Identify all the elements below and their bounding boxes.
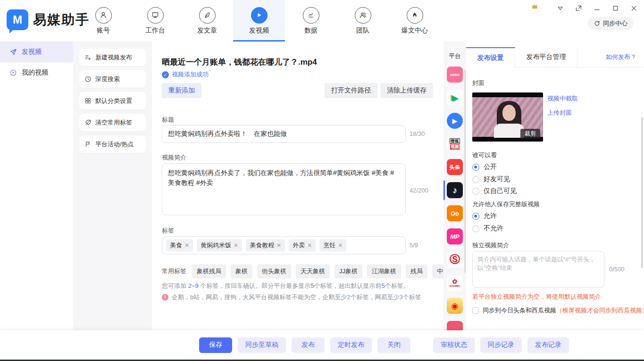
platform-haokan-video-icon[interactable]: ▶ bbox=[447, 113, 463, 129]
platform-tencent-video-icon[interactable]: ▶ bbox=[447, 90, 463, 106]
radio-selected-icon[interactable] bbox=[472, 213, 479, 220]
review-status-button[interactable]: 审核状态 bbox=[433, 337, 475, 353]
minimize-icon[interactable] bbox=[594, 5, 601, 12]
tag-chip[interactable]: 美食教程✕ bbox=[246, 239, 285, 252]
nav-item-publish-video[interactable]: 发视频 bbox=[233, 0, 285, 42]
crop-button[interactable]: 裁剪 bbox=[520, 129, 540, 139]
nav-item-publish-article[interactable]: 发文章 bbox=[181, 0, 233, 42]
sync-records-button[interactable]: 同步记录 bbox=[480, 337, 522, 353]
readd-video-button[interactable]: 重新添加 bbox=[162, 83, 201, 98]
visibility-option-friends[interactable]: 好友可见 bbox=[472, 175, 510, 184]
checkbox-text: 同步到今日头条和西瓜视频 bbox=[483, 307, 556, 314]
tag-chip[interactable]: 外卖✕ bbox=[289, 239, 316, 252]
common-tag-chip[interactable]: 象棋 bbox=[231, 264, 252, 278]
remove-tag-icon[interactable]: ✕ bbox=[184, 242, 189, 249]
remove-tag-icon[interactable]: ✕ bbox=[338, 242, 343, 249]
platform-partial-icon[interactable] bbox=[447, 321, 463, 330]
tag-chip[interactable]: 烹饪✕ bbox=[319, 239, 346, 252]
sidebar-item-publish-video[interactable]: 发视频 bbox=[0, 42, 73, 62]
platform-sohu-video-icon[interactable]: 搜狐 视频 bbox=[447, 136, 463, 152]
deep-search-button[interactable]: 深度搜索 bbox=[79, 70, 146, 88]
platform-weibo-icon[interactable]: ◉ bbox=[447, 298, 463, 314]
settings-panel-scrollbar[interactable] bbox=[641, 117, 643, 268]
capture-from-video-link[interactable]: 视频中截取 bbox=[547, 94, 578, 103]
checkbox-icon[interactable] bbox=[472, 307, 479, 314]
platform-list: bilibili ▶ ▶ 搜狐 视频 头条 ♪ Oo MP Ⓢ ✿ HUAWEI… bbox=[443, 67, 466, 330]
nav-item-workbench[interactable]: 工作台 bbox=[129, 0, 181, 42]
default-category-settings-button[interactable]: 默认分类设置 bbox=[79, 92, 146, 109]
common-tag-chip[interactable]: 江湖象棋 bbox=[367, 264, 401, 278]
platform-sogou-icon[interactable]: Ⓢ bbox=[447, 252, 463, 268]
save-permission-allow[interactable]: 允许 bbox=[472, 212, 497, 220]
footer-action-bar: 保存 同步至草稿 发布 定时发布 关闭 审核状态 同步记录 发布记录 bbox=[0, 330, 644, 360]
nav-item-hot-articles[interactable]: 爆文中心 bbox=[389, 0, 441, 42]
tag-chip[interactable]: 黄焖鸡米饭✕ bbox=[197, 239, 242, 252]
list-plus-icon bbox=[84, 54, 92, 61]
platform-rail-scrollbar[interactable] bbox=[464, 70, 466, 273]
clear-common-tags-button[interactable]: 清空常用标签 bbox=[79, 114, 146, 131]
close-icon[interactable] bbox=[630, 5, 637, 12]
nav-item-data[interactable]: 数据 bbox=[285, 0, 337, 42]
common-tag-chip[interactable]: 街头象棋 bbox=[257, 264, 291, 278]
tags-input[interactable]: 美食✕ 黄焖鸡米饭✕ 美食教程✕ 外卖✕ 烹饪✕ bbox=[162, 236, 406, 254]
nav-item-team[interactable]: 团队 bbox=[337, 0, 389, 42]
remove-tag-icon[interactable]: ✕ bbox=[276, 242, 281, 249]
remove-tag-icon[interactable]: ✕ bbox=[307, 242, 312, 249]
tag-chip[interactable]: 美食✕ bbox=[166, 239, 193, 252]
save-button[interactable]: 保存 bbox=[199, 337, 232, 353]
window-controls bbox=[557, 5, 637, 12]
footer-secondary-group: 审核状态 同步记录 发布记录 bbox=[433, 337, 569, 353]
platform-activity-button[interactable]: 平台活动/热点 bbox=[79, 135, 146, 153]
radio-icon[interactable] bbox=[472, 176, 479, 183]
publish-button[interactable]: 发布 bbox=[292, 337, 325, 353]
publish-records-button[interactable]: 发布记录 bbox=[527, 337, 569, 353]
tag-text: 美食 bbox=[170, 241, 182, 250]
common-tags-row: 常用标签 象棋残局 象棋 街头象棋 天天象棋 JJ象棋 江湖象棋 残局 中国象棋 bbox=[162, 264, 466, 278]
paper-plane-icon bbox=[9, 48, 17, 56]
common-tag-chip[interactable]: 象棋残局 bbox=[192, 264, 226, 278]
visibility-option-public[interactable]: 公开 bbox=[472, 163, 497, 171]
clear-upload-cache-button[interactable]: 清除上传缓存 bbox=[380, 83, 433, 98]
description-textarea[interactable]: 想吃黄焖鸡别再点外卖了，我们在家也能做，方法很简单#黄焖鸡米饭 #美食 #美食教… bbox=[162, 163, 406, 215]
nav-item-account[interactable]: 账号 bbox=[77, 0, 129, 42]
radio-icon[interactable] bbox=[472, 225, 479, 232]
radio-selected-icon[interactable] bbox=[472, 164, 479, 171]
sync-center-button[interactable]: 同步中心 bbox=[588, 17, 634, 30]
platform-toutiao-icon[interactable]: 头条 bbox=[447, 159, 463, 175]
quick-actions-column: 新建视频发布 深度搜索 默认分类设置 清空常用标签 平台活动/热点 bbox=[73, 42, 152, 330]
hide-to-tray-icon[interactable] bbox=[557, 5, 564, 12]
hot-articles-icon bbox=[407, 7, 423, 24]
platform-douyin-icon[interactable]: ♪ bbox=[447, 182, 463, 198]
new-video-publish-button[interactable]: 新建视频发布 bbox=[79, 49, 146, 66]
common-tag-chip[interactable]: 天天象棋 bbox=[296, 264, 330, 278]
save-permission-deny[interactable]: 不允许 bbox=[472, 224, 503, 233]
platform-dafeng-mp-icon[interactable]: MP bbox=[447, 228, 463, 244]
radio-icon[interactable] bbox=[472, 188, 479, 195]
title-input[interactable] bbox=[162, 125, 406, 143]
how-to-publish-link[interactable]: 如何发布？ bbox=[606, 53, 636, 61]
remove-tag-icon[interactable]: ✕ bbox=[234, 242, 238, 249]
cover-thumbnail[interactable]: 裁剪 bbox=[472, 92, 543, 142]
description-label: 视频简介 bbox=[162, 153, 186, 162]
popout-icon[interactable] bbox=[575, 5, 582, 12]
tab-platform-management[interactable]: 发布平台管理 bbox=[515, 47, 577, 67]
sohu-top-text: 搜狐 bbox=[450, 138, 460, 144]
sync-toutiao-xigua-checkbox-row[interactable]: 同步到今日头条和西瓜视频（横屏视频才会同步到西瓜视频） bbox=[472, 306, 644, 315]
independent-description-textarea[interactable] bbox=[472, 251, 604, 288]
action-label: 平台活动/热点 bbox=[95, 140, 134, 149]
upload-cover-link[interactable]: 上传封面 bbox=[547, 109, 572, 117]
tab-publish-settings[interactable]: 发布设置 bbox=[466, 47, 515, 67]
sidebar-item-my-videos[interactable]: 我的视频 bbox=[0, 62, 73, 83]
platform-huawei-icon[interactable]: ✿ HUAWEI bbox=[447, 275, 463, 291]
common-tag-chip[interactable]: JJ象棋 bbox=[335, 264, 362, 278]
platform-kuaishou-icon[interactable]: Oo bbox=[447, 205, 463, 221]
common-tag-chip[interactable]: 残局 bbox=[406, 264, 427, 278]
close-button[interactable]: 关闭 bbox=[377, 337, 410, 353]
sync-to-draft-button[interactable]: 同步至草稿 bbox=[238, 337, 286, 353]
open-file-path-button[interactable]: 打开文件路径 bbox=[325, 83, 377, 98]
maximize-icon[interactable] bbox=[612, 5, 619, 12]
publish-settings-panel: 发布设置 发布平台管理 如何发布？ 封面 裁剪 视频中截取 上传封面 谁可以看 … bbox=[466, 42, 644, 330]
platform-bilibili-icon[interactable]: bilibili bbox=[447, 67, 463, 83]
visibility-option-private[interactable]: 仅自己可见 bbox=[472, 187, 517, 195]
scheduled-publish-button[interactable]: 定时发布 bbox=[330, 337, 372, 353]
